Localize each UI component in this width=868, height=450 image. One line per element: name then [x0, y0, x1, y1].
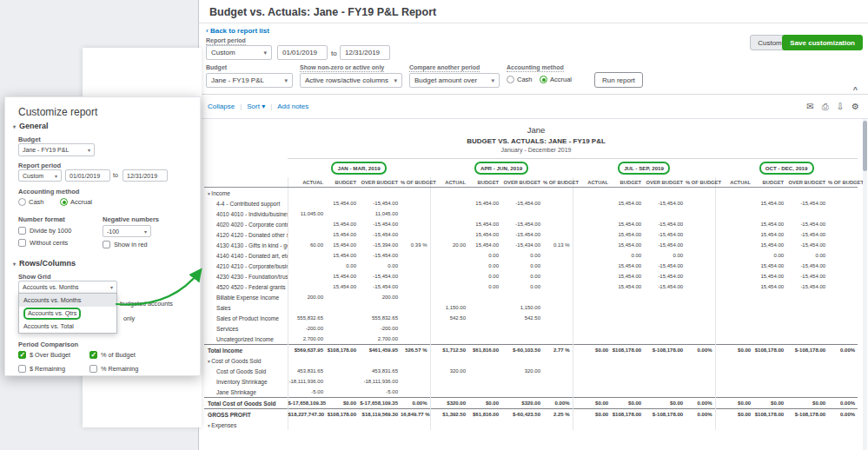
scrollbar-thumb[interactable] [863, 121, 867, 171]
comparison-option[interactable]: $ Remaining [18, 365, 89, 373]
cell [326, 188, 359, 199]
checkbox-icon[interactable] [18, 227, 26, 235]
comparison-option[interactable]: % of Budget [89, 351, 138, 359]
checkbox-icon[interactable] [18, 239, 26, 247]
settings-gear-icon[interactable]: ⚙ [851, 102, 859, 111]
radio-icon[interactable] [507, 76, 514, 83]
cell [573, 292, 611, 302]
checkbox-icon[interactable] [18, 351, 26, 359]
budget-select[interactable]: Jane - FY19 P&L [206, 73, 293, 88]
email-icon[interactable]: ✉ [806, 102, 813, 111]
row-label[interactable]: ▾ Expenses [204, 420, 288, 430]
cell [786, 208, 828, 219]
row-label: 4140 4140 - Donated art, etc [204, 250, 288, 261]
cell [611, 334, 644, 345]
cell [686, 313, 715, 323]
cell: $0.00 [644, 398, 686, 409]
comparison-option[interactable]: $ Over Budget [18, 351, 89, 359]
cell [543, 376, 573, 387]
section-general[interactable]: ▾ General [13, 122, 49, 130]
cell [715, 281, 753, 292]
cell [288, 281, 326, 292]
cell: $108,178.00 [611, 409, 644, 420]
comparison-option[interactable]: % Remaining [89, 365, 138, 373]
table-row: ▾ Expenses [204, 420, 858, 430]
date-to-input[interactable]: 12/31/2019 [340, 45, 390, 60]
run-report-button[interactable]: Run report [594, 72, 643, 88]
cell [288, 198, 326, 208]
cell: 0.00 [786, 250, 828, 261]
date-to-input[interactable]: 12/31/2019 [123, 169, 168, 182]
cell [573, 302, 611, 313]
row-label[interactable]: ▾ Income [204, 188, 288, 199]
cell [573, 250, 611, 261]
cell [828, 250, 858, 261]
collapse-triangle-icon[interactable]: ▾ [208, 423, 211, 428]
cell: -200.00 [359, 323, 401, 334]
sort-link[interactable]: Sort ▾ [247, 103, 265, 110]
cell [753, 387, 786, 398]
without-cents-checkbox[interactable]: Without cents [18, 239, 68, 247]
cell: 0.00 [501, 281, 543, 292]
cell [543, 198, 573, 208]
save-customization-button[interactable]: Save customization [782, 35, 863, 50]
budget-select[interactable]: Jane - FY19 P&L [18, 143, 95, 156]
cell [326, 355, 359, 366]
radio-icon[interactable] [18, 198, 26, 206]
export-icon[interactable]: ⇩ [837, 102, 844, 111]
cell: $-108,178.00 [644, 409, 686, 420]
cell: $0.00 [326, 398, 359, 409]
collapse-triangle-icon[interactable]: ▾ [208, 359, 211, 364]
checkbox-icon[interactable] [18, 365, 26, 373]
filters-bar: ‹ Back to report list Report period Cust… [199, 23, 868, 95]
divide-by-1000-checkbox[interactable]: Divide by 1000 [18, 227, 71, 235]
cell: -15,454.00 [644, 261, 686, 271]
grid-option[interactable]: Accounts vs. Qtrs [19, 307, 116, 320]
period-select[interactable]: Custom [206, 45, 272, 60]
checkbox-label: % Remaining [101, 365, 138, 373]
accrual-radio[interactable]: Accrual [60, 198, 92, 206]
back-link[interactable]: ‹ Back to report list [206, 27, 269, 35]
cell [686, 219, 715, 229]
add-notes-link[interactable]: Add notes [277, 103, 308, 110]
print-icon[interactable]: ⎙ [822, 102, 829, 112]
grid-option[interactable]: Accounts vs. Months [19, 294, 116, 307]
section-rows-columns[interactable]: ▾ Rows/Columns [13, 259, 76, 268]
collapse-triangle-icon[interactable]: ▾ [13, 123, 16, 129]
date-from-input[interactable]: 01/01/2019 [277, 45, 328, 60]
date-from-input[interactable]: 01/01/2019 [65, 169, 110, 182]
cash-radio[interactable]: Cash [507, 76, 533, 83]
cell [611, 420, 644, 430]
cell [828, 302, 858, 313]
table-row: Total Cost of Goods Sold$-17,658,109.35$… [204, 398, 858, 409]
collapse-link[interactable]: Collapse [208, 103, 235, 110]
cash-radio[interactable]: Cash [18, 198, 44, 206]
show-in-red-checkbox[interactable]: Show in red [103, 241, 148, 248]
period-select[interactable]: Custom [18, 169, 62, 182]
negative-format-select[interactable]: -100 [103, 225, 151, 237]
accrual-radio[interactable]: Accrual [540, 76, 572, 83]
grid-option[interactable]: Accounts vs. Total [19, 320, 116, 333]
cell: 453,831.65 [288, 366, 326, 376]
checkbox-icon[interactable] [89, 365, 97, 373]
cell [573, 240, 611, 250]
cell [430, 271, 468, 281]
radio-icon[interactable] [60, 198, 68, 206]
checkbox-icon[interactable] [103, 241, 110, 248]
show-rows-select[interactable]: Active rows/active columns [300, 73, 402, 88]
cell [828, 188, 858, 199]
row-label[interactable]: ▾ Cost of Goods Sold [204, 355, 288, 366]
cell: 15,454.00 [468, 229, 501, 240]
collapse-filters-chevron-icon[interactable]: ^ [853, 85, 858, 94]
cell [288, 219, 326, 229]
show-grid-select[interactable]: Accounts vs. Months [18, 281, 117, 294]
compare-period-select[interactable]: Budget amount over [409, 73, 500, 88]
cell [543, 420, 573, 430]
cell [828, 334, 858, 345]
radio-icon[interactable] [540, 76, 547, 83]
collapse-triangle-icon[interactable]: ▾ [208, 191, 211, 196]
cell [326, 387, 359, 398]
cell [401, 271, 430, 281]
collapse-triangle-icon[interactable]: ▾ [13, 261, 16, 267]
checkbox-icon[interactable] [89, 351, 97, 359]
